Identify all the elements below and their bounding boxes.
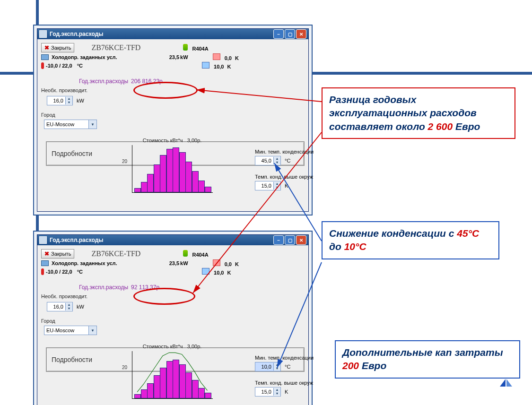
cooling-conditions-label: Холодопр. заданных усл. <box>52 54 117 60</box>
chart-bar <box>154 164 160 192</box>
chart-bar <box>185 162 192 192</box>
chart-bar <box>147 383 154 398</box>
window-bottom: Год.экспл.расходы – ▢ ✕ ✖ Закрыть ZB76KC… <box>37 234 309 405</box>
value-to: 10°С <box>344 241 366 252</box>
maximize-button[interactable]: ▢ <box>285 29 295 39</box>
chart-top: 20 <box>132 145 213 193</box>
cooling-unit: kW <box>180 260 188 266</box>
app-icon <box>39 30 47 38</box>
delta-input[interactable]: 15,0 ▲▼ <box>255 387 281 396</box>
close-button[interactable]: ✖ Закрыть <box>41 249 74 259</box>
chart-bar <box>141 182 148 192</box>
spinner-up-icon[interactable]: ▲ <box>274 157 280 161</box>
subcool-cell: 10,0 K <box>202 268 231 276</box>
delta-input[interactable]: 15,0 ▲▼ <box>255 181 281 190</box>
subcool-value: 10,0 <box>214 270 224 276</box>
superheat-unit: K <box>235 55 239 61</box>
city-select[interactable]: EU-Moscow ▼ <box>44 120 97 129</box>
model-label: ZB76KCE-TFD <box>91 250 140 258</box>
temp-unit: °C <box>77 269 83 275</box>
close-icon: ✖ <box>44 44 49 51</box>
spinner-down-icon[interactable]: ▼ <box>274 161 280 164</box>
spinner-down-icon[interactable]: ▼ <box>274 186 280 190</box>
close-button[interactable]: ✖ Закрыть <box>41 43 74 52</box>
required-capacity-input[interactable]: 16,0 ▲▼ <box>47 96 73 105</box>
chart-bar <box>198 388 205 398</box>
city-label: Город <box>41 112 305 118</box>
thermometer-icon <box>41 268 44 275</box>
spinner-up-icon[interactable]: ▲ <box>274 363 280 367</box>
highlight-ellipse-top <box>133 82 198 99</box>
required-capacity-unit: kW <box>77 304 84 310</box>
superheat-value: 0,0 <box>225 55 232 61</box>
minimize-button[interactable]: – <box>273 29 284 39</box>
chart-bar <box>141 389 148 398</box>
chart-bar <box>192 171 199 192</box>
callout-condensation: Снижение конденсации с 45°С до 10°С <box>322 221 499 259</box>
price-label: Стоимость кВт*ч <box>143 344 183 349</box>
subcool-unit: K <box>227 270 231 276</box>
annual-cost-label: Год.экспл.расходы <box>79 78 128 85</box>
city-select[interactable]: EU-Moscow ▼ <box>44 326 97 335</box>
price-value: 3,00р. <box>187 344 202 349</box>
spinner-down-icon[interactable]: ▼ <box>66 101 72 104</box>
panel-top: Год.экспл.расходы – ▢ ✕ ✖ Закрыть ZB76KC… <box>33 25 313 215</box>
titlebar[interactable]: Год.экспл.расходы – ▢ ✕ <box>37 235 308 245</box>
text: Евро <box>359 360 386 371</box>
chart-bar <box>198 181 205 192</box>
close-window-button[interactable]: ✕ <box>296 29 306 39</box>
chart-bar <box>205 393 211 398</box>
brand-logo <box>499 377 513 388</box>
text: Дополнительные кап затраты <box>342 347 503 358</box>
superheat-unit: K <box>235 261 239 267</box>
min-cond-input-top[interactable]: 45,0 ▲▼ <box>255 156 281 165</box>
min-cond-value-bottom: 10,0 <box>255 364 273 370</box>
cooling-unit: kW <box>180 54 188 60</box>
close-label: Закрыть <box>51 45 71 51</box>
spinner-up-icon[interactable]: ▲ <box>66 303 72 307</box>
titlebar[interactable]: Год.экспл.расходы – ▢ ✕ <box>37 29 308 39</box>
chart-bottom: 20 <box>132 351 213 399</box>
window-title: Год.экспл.расходы <box>50 31 104 37</box>
temp-unit: °C <box>77 63 83 69</box>
spinner-up-icon[interactable]: ▲ <box>66 97 72 101</box>
y-tick-20: 20 <box>122 365 127 370</box>
superheat-cell: 0,0 K <box>213 53 239 61</box>
cooling-value: 23,5 <box>169 260 179 266</box>
min-cond-input-bottom[interactable]: 10,0 ▲▼ <box>255 362 281 371</box>
spinner-down-icon[interactable]: ▼ <box>274 392 280 396</box>
subcool-unit: K <box>227 64 231 69</box>
spinner-down-icon[interactable]: ▼ <box>274 367 280 371</box>
superheat-cell: 0,0 K <box>213 259 239 267</box>
temp-range: -10,0 / 22,0 <box>46 63 72 69</box>
spinner-up-icon[interactable]: ▲ <box>274 388 280 392</box>
callout-diff-annual: Разница годовых эксплуатационных расходо… <box>322 87 515 139</box>
maximize-button[interactable]: ▢ <box>285 235 295 245</box>
annual-cost-label: Год.экспл.расходы <box>79 284 128 291</box>
city-label: Город <box>41 318 305 324</box>
spinner-down-icon[interactable]: ▼ <box>66 307 72 310</box>
close-window-button[interactable]: ✕ <box>296 235 306 245</box>
details-label: Подробности <box>52 356 92 363</box>
chart-bar <box>166 361 173 398</box>
delta-label: Темп. конд. выше окруж <box>255 174 331 180</box>
refrigerant-value: R404A <box>192 46 208 52</box>
value: 200 <box>342 360 359 371</box>
spinner-up-icon[interactable]: ▲ <box>274 182 280 186</box>
chart-bar <box>173 147 179 192</box>
chart-bar <box>154 375 160 398</box>
refrigerant-icon <box>183 44 188 51</box>
cooling-icon <box>41 260 49 266</box>
chevron-down-icon: ▼ <box>88 326 96 335</box>
delta-label: Темп. конд. выше окруж <box>255 380 331 386</box>
panel-bottom: Год.экспл.расходы – ▢ ✕ ✖ Закрыть ZB76KC… <box>33 231 313 405</box>
thermometer-icon <box>41 62 44 69</box>
details-label: Подробности <box>52 150 92 157</box>
price-row: Стоимость кВт*ч 3,00р. <box>132 138 212 143</box>
required-capacity-value: 16,0 <box>47 98 65 103</box>
minimize-button[interactable]: – <box>273 235 284 245</box>
cooling-icon <box>41 54 49 60</box>
app-icon <box>39 236 47 244</box>
required-capacity-input[interactable]: 16,0 ▲▼ <box>47 302 73 311</box>
highlight-ellipse-bottom <box>133 288 195 305</box>
